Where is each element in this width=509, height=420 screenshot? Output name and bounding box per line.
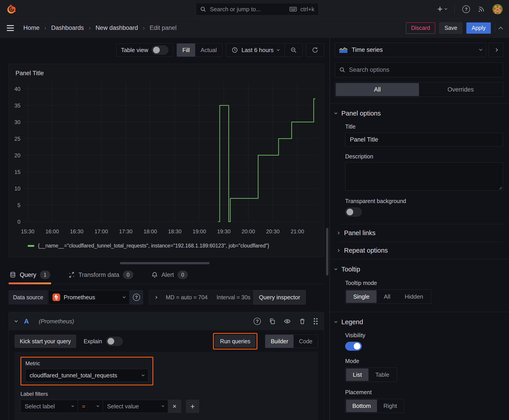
builder-code-group: Builder Code [265,335,318,348]
chevron-down-icon [334,320,337,323]
scrollbar-thumb[interactable] [326,228,328,276]
legend-mode-table[interactable]: Table [369,368,396,381]
tooltip-mode-label: Tooltip mode [345,280,503,286]
discard-button[interactable]: Discard [406,22,435,34]
panel-links-section[interactable]: Panel links [337,224,503,242]
chevron-right-icon [337,232,340,234]
delete-query-trash-icon[interactable] [299,318,306,325]
query-row-header[interactable]: A (Prometheus) ? [9,312,324,330]
refresh-group [306,43,324,57]
news-icon[interactable] [478,6,485,13]
legend-mode-label: Mode [345,358,503,364]
actual-option[interactable]: Actual [195,44,222,57]
svg-text:18:30: 18:30 [168,228,182,234]
query-builder-panel: Metric cloudflared_tunnel_total_requests… [15,352,318,420]
metric-value: cloudflared_tunnel_total_requests [30,372,117,379]
refresh-button[interactable] [306,44,324,57]
apply-button[interactable]: Apply [466,22,491,34]
options-search-input[interactable] [349,66,499,73]
chart-area[interactable]: 15:3016:0016:3017:0017:3018:0018:3019:00… [9,77,324,239]
operator-dropdown[interactable]: = [78,400,103,413]
explain-toggle[interactable] [106,337,123,346]
svg-text:18:00: 18:00 [144,228,157,234]
datasource-help-button[interactable]: ? [130,290,143,304]
time-series-chart[interactable]: 15:3016:0016:3017:0017:3018:0018:3019:00… [10,79,321,238]
global-search[interactable]: ctrl+k [196,3,319,15]
breadcrumb-dashboards[interactable]: Dashboards [51,24,84,31]
duplicate-query-icon[interactable] [269,318,276,325]
kick-start-button[interactable]: Kick start your query [15,335,76,348]
tab-query[interactable]: Query 1 [8,267,51,284]
panel-edit-main: Table view Fill Actual Last 6 hours [0,38,330,420]
svg-text:20:30: 20:30 [266,228,280,234]
svg-text:25: 25 [14,136,20,142]
legend-mode-list[interactable]: List [346,368,369,381]
select-label-dropdown[interactable]: Select label [20,400,78,413]
drag-handle-icon[interactable] [314,318,318,324]
tooltip-section-header[interactable]: Tooltip [335,266,503,273]
legend-label[interactable]: {__name__="cloudflared_tunnel_total_requ… [38,243,269,249]
options-search[interactable] [335,62,503,77]
code-mode-option[interactable]: Code [294,335,318,348]
grafana-logo[interactable] [6,4,17,14]
tab-alert-label: Alert [162,271,174,278]
query-ref-id: A [24,317,29,325]
chevron-down-icon [334,267,337,270]
chevron-down-icon [162,405,164,407]
legend-visibility-toggle[interactable] [345,342,362,351]
description-textarea[interactable] [345,162,503,191]
panel-options-heading: Panel options [341,110,381,117]
fill-option[interactable]: Fill [177,44,195,57]
visualization-picker[interactable]: Time series [335,43,486,57]
panel-title-input[interactable] [345,133,503,147]
save-button[interactable]: Save [439,22,462,34]
datasource-row: Data source Prometheus ? MD = auto = 704… [8,290,324,304]
collapse-up-icon[interactable] [499,26,502,30]
metric-select[interactable]: cloudflared_tunnel_total_requests [25,369,148,382]
zoom-out-button[interactable] [285,44,302,57]
svg-text:19:00: 19:00 [193,228,206,234]
builder-mode-option[interactable]: Builder [265,335,294,348]
remove-filter-button[interactable]: × [168,400,181,413]
select-value-dropdown[interactable]: Select value [103,400,168,413]
visibility-label: Visibility [345,332,503,338]
tab-overrides[interactable]: Overrides [419,83,502,96]
chart-legend: {__name__="cloudflared_tunnel_total_requ… [9,239,324,249]
tooltip-mode-all[interactable]: All [377,290,397,303]
add-filter-button[interactable]: + [186,400,199,413]
options-interval-stat: Interval = 30s [217,294,251,301]
tooltip-mode-single[interactable]: Single [346,290,377,303]
transparent-bg-toggle[interactable] [345,208,362,217]
add-menu-button[interactable]: + [437,4,447,14]
table-view-toggle[interactable] [152,45,168,54]
time-range-picker[interactable]: Last 6 hours [226,44,285,57]
breadcrumb-new-dashboard[interactable]: New dashboard [96,24,138,31]
disable-query-eye-icon[interactable] [284,318,291,325]
tooltip-mode-hidden[interactable]: Hidden [397,290,430,303]
global-search-input[interactable] [210,6,286,13]
open-viz-list-button[interactable] [489,43,503,57]
pane-resize-handle[interactable] [120,262,210,264]
menu-icon[interactable] [7,25,14,31]
run-queries-button[interactable]: Run queries [215,335,256,347]
chevron-down-icon [15,319,18,322]
datasource-label: Data source [8,290,48,304]
user-avatar[interactable] [492,4,503,14]
tab-alert[interactable]: Alert 0 [150,267,189,284]
tab-transform-data[interactable]: Transform data 0 [67,267,134,284]
tooltip-mode-control: Single All Hidden [345,289,431,304]
repeat-options-section[interactable]: Repeat options [337,242,503,259]
placement-bottom[interactable]: Bottom [346,400,377,412]
placement-right[interactable]: Right [377,400,403,412]
breadcrumb-edit-panel: Edit panel [150,24,177,31]
prometheus-icon [53,293,60,301]
query-inspector-button[interactable]: Query inspector [253,290,306,304]
query-help-icon[interactable]: ? [254,318,261,325]
datasource-picker[interactable]: Prometheus [48,290,129,304]
legend-section-header[interactable]: Legend [335,318,503,326]
panel-options-header[interactable]: Panel options [335,110,503,117]
help-icon[interactable]: ? [462,5,470,13]
tab-all[interactable]: All [336,83,419,96]
breadcrumb-home[interactable]: Home [23,24,39,31]
query-options-collapsed[interactable]: MD = auto = 704 Interval = 30s [149,290,257,304]
